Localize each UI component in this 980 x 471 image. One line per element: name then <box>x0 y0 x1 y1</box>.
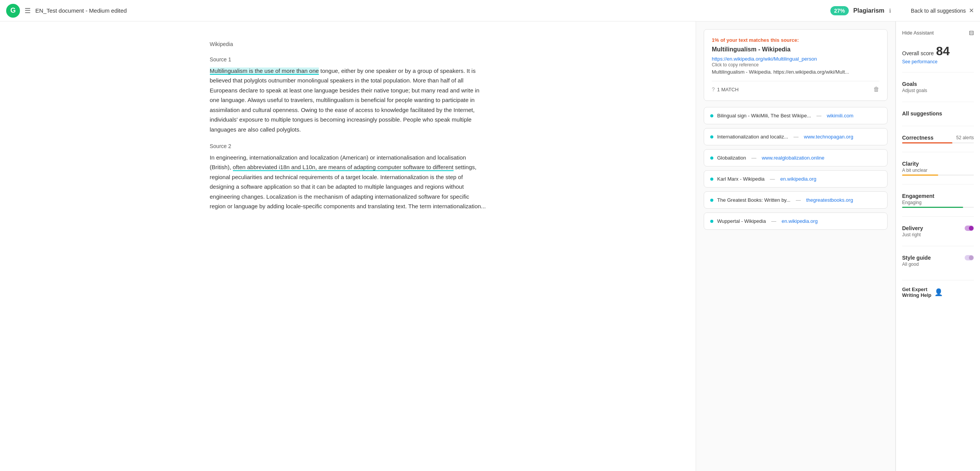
delivery-label: Delivery <box>902 225 923 231</box>
highlighted-text-1: Multilingualism is the use of more than … <box>210 68 319 75</box>
copy-ref-label[interactable]: Click to copy reference <box>712 62 879 68</box>
correctness-progress-fill <box>902 142 952 143</box>
question-icon[interactable]: ? <box>712 86 715 92</box>
correctness-value: 52 alerts <box>956 135 974 140</box>
get-expert-section[interactable]: Get Expert Writing Help 👤 <box>902 280 974 298</box>
main-layout: Wikipedia Source 1 Multilingualism is th… <box>0 21 980 471</box>
source-item-dash: — <box>794 134 799 140</box>
clarity-value: A bit unclear <box>902 168 974 173</box>
source-card-footer: ? 1 MATCH 🗑 <box>712 81 879 93</box>
overall-score-label: Overall score <box>902 50 934 56</box>
goals-value: Adjust goals <box>902 88 974 93</box>
source-card-main: 1% of your text matches this source: Mul… <box>704 29 888 101</box>
plagiarism-panel: 1% of your text matches this source: Mul… <box>696 21 896 471</box>
overall-score-section: Overall score 84 See performance <box>902 44 974 64</box>
source-list: Bilingual sign - WikiMili, The Best Wiki… <box>704 107 888 230</box>
list-item[interactable]: Globalization — www.realglobalization.on… <box>704 149 888 166</box>
divider <box>902 216 974 217</box>
correctness-progress-track <box>902 142 974 143</box>
all-suggestions-item[interactable]: All suggestions <box>902 107 974 121</box>
source-item-name: Wuppertal - Wikipedia <box>717 218 766 224</box>
back-to-suggestions[interactable]: Back to all suggestions ✕ <box>911 7 974 14</box>
list-item[interactable]: Karl Marx - Wikipedia — en.wikipedia.org <box>704 170 888 188</box>
style-toggle[interactable] <box>965 255 974 260</box>
source-title: Multilingualism - Wikipedia <box>712 46 879 53</box>
plagiarism-label: Plagiarism <box>853 7 884 14</box>
style-label: Style guide <box>902 255 931 261</box>
bullet-icon <box>710 156 713 160</box>
engagement-progress-fill <box>902 207 963 208</box>
assistant-header: Hide Assistant ⊟ <box>902 29 974 36</box>
engagement-label: Engagement <box>902 193 934 199</box>
see-performance-link[interactable]: See performance <box>902 59 974 64</box>
hide-assistant-button[interactable]: Hide Assistant <box>902 30 934 36</box>
menu-icon[interactable]: ☰ <box>25 7 31 15</box>
list-item[interactable]: Internationalization and localiz... — ww… <box>704 128 888 145</box>
clarity-label: Clarity <box>902 161 919 167</box>
bullet-icon <box>710 135 713 138</box>
document-title: EN_Test document - Medium edited <box>35 7 830 14</box>
list-item[interactable]: Wuppertal - Wikipedia — en.wikipedia.org <box>704 212 888 230</box>
divider <box>902 152 974 152</box>
assistant-menu-icon[interactable]: ⊟ <box>969 29 974 36</box>
copy-ref-text: Multilingualism - Wikipedia. https://en.… <box>712 69 879 75</box>
bullet-icon <box>710 220 713 223</box>
source-url[interactable]: https://en.wikipedia.org/wiki/Multilingu… <box>712 56 817 62</box>
style-guide-item[interactable]: Style guide All good <box>902 251 974 271</box>
match-percentage: 1% of your text matches this source: <box>712 37 879 43</box>
source-item-domain: www.realglobalization.online <box>762 155 824 161</box>
divider <box>902 184 974 184</box>
source-item-name: Globalization <box>717 155 746 161</box>
engagement-progress-track <box>902 207 974 208</box>
divider <box>902 102 974 102</box>
plagiarism-info-icon[interactable]: ℹ <box>889 8 891 14</box>
plagiarism-section: 27% Plagiarism ℹ Back to all suggestions… <box>830 6 974 15</box>
source-item-name: Bilingual sign - WikiMili, The Best Wiki… <box>717 113 811 119</box>
wikipedia-label: Wikipedia <box>210 40 486 49</box>
source1-label: Source 1 <box>210 55 486 64</box>
match-count: ? 1 MATCH <box>712 86 739 92</box>
get-expert-label: Get Expert <box>902 287 931 292</box>
goals-item[interactable]: Goals Adjust goals <box>902 77 974 97</box>
source2-label: Source 2 <box>210 142 486 151</box>
delivery-value: Just right <box>902 232 974 237</box>
source-item-domain: thegreatestbooks.org <box>806 197 853 203</box>
delivery-item[interactable]: Delivery Just right <box>902 221 974 241</box>
source-item-domain: www.technopagan.org <box>804 134 853 140</box>
list-item[interactable]: Bilingual sign - WikiMili, The Best Wiki… <box>704 107 888 124</box>
clarity-item[interactable]: Clarity A bit unclear <box>902 157 974 180</box>
source-item-domain: en.wikipedia.org <box>780 176 817 182</box>
divider <box>902 126 974 126</box>
delivery-toggle[interactable] <box>965 226 974 231</box>
paragraph-2: In engineering, internationalization and… <box>210 153 486 211</box>
close-icon[interactable]: ✕ <box>969 7 974 14</box>
style-value: All good <box>902 262 974 267</box>
paragraph-1: Multilingualism is the use of more than … <box>210 66 486 135</box>
editor-content: Wikipedia Source 1 Multilingualism is th… <box>210 40 486 211</box>
editor-panel: Wikipedia Source 1 Multilingualism is th… <box>0 21 696 471</box>
topbar: G ☰ EN_Test document - Medium edited 27%… <box>0 0 980 21</box>
overall-score-value: 84 <box>936 44 950 58</box>
source-item-dash: — <box>770 176 775 182</box>
source-item-dash: — <box>751 155 756 161</box>
bullet-icon <box>710 114 713 117</box>
goals-label: Goals <box>902 81 917 87</box>
correctness-item[interactable]: Correctness 52 alerts <box>902 131 974 147</box>
divider <box>902 246 974 246</box>
overall-score-row: Overall score 84 <box>902 44 974 58</box>
expert-text-block: Get Expert Writing Help <box>902 287 931 298</box>
source-item-name: Internationalization and localiz... <box>717 134 788 140</box>
list-item[interactable]: The Greatest Books: Written by... — theg… <box>704 191 888 209</box>
source-item-name: Karl Marx - Wikipedia <box>717 176 765 182</box>
highlighted-text-2: often abbreviated i18n and L10n, are mea… <box>233 164 454 171</box>
source-item-name: The Greatest Books: Written by... <box>717 197 790 203</box>
source-item-domain: wikimili.com <box>827 113 853 119</box>
engagement-item[interactable]: Engagement Engaging <box>902 189 974 212</box>
trash-icon[interactable]: 🗑 <box>873 86 879 93</box>
assistant-panel: Hide Assistant ⊟ Overall score 84 See pe… <box>896 21 980 471</box>
grammarly-logo: G <box>6 4 20 18</box>
engagement-value: Engaging <box>902 200 974 205</box>
bullet-icon <box>710 199 713 202</box>
source-item-dash: — <box>771 218 776 224</box>
bullet-icon <box>710 178 713 181</box>
